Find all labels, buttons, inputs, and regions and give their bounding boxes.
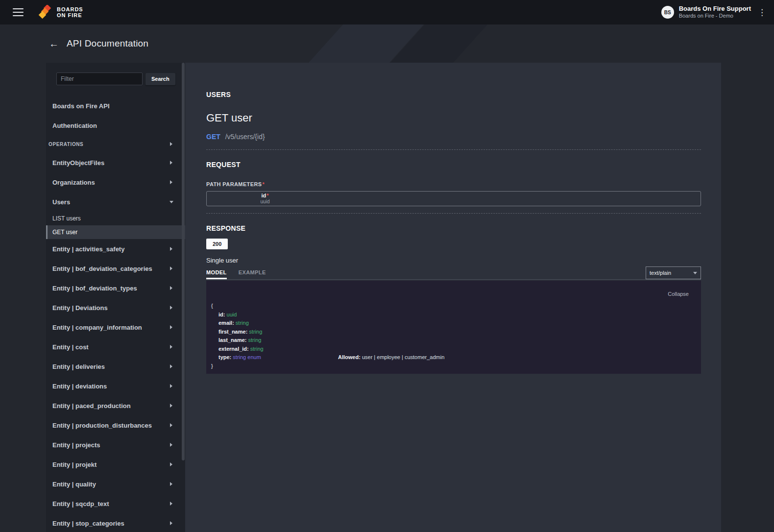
sidebar-item[interactable]: Entity | projects xyxy=(46,435,185,455)
path-parameter-cell: id* uuid xyxy=(207,193,323,204)
chevron-right-icon xyxy=(170,247,172,251)
sidebar-item-boards-on-fire-api[interactable]: Boards on Fire API xyxy=(46,96,185,116)
filter-input[interactable] xyxy=(56,73,143,85)
required-marker: * xyxy=(263,181,265,187)
content-type-value: text/plain xyxy=(650,270,671,276)
sidebar-item-label: Entity | cost xyxy=(52,343,89,351)
overflow-menu-icon[interactable]: ⋮ xyxy=(758,8,766,17)
model-field: email: string xyxy=(211,319,701,328)
sidebar-item-label: Entity | production_disturbances xyxy=(52,422,152,429)
sidebar-item-list-users[interactable]: LIST users xyxy=(46,212,185,225)
logo-line1: BOARDS xyxy=(57,6,83,12)
sidebar-item-label: Organizations xyxy=(52,179,95,186)
request-heading: REQUEST xyxy=(206,161,701,169)
status-code-badge[interactable]: 200 xyxy=(206,239,228,249)
endpoint-group-heading: USERS xyxy=(206,91,701,98)
path-parameters-label: PATH PARAMETERS* xyxy=(206,181,701,187)
tab-model[interactable]: MODEL xyxy=(206,269,227,279)
search-button[interactable]: Search xyxy=(145,73,175,85)
chevron-right-icon xyxy=(170,345,172,349)
sidebar-item[interactable]: Entity | bof_deviation_types xyxy=(46,278,185,298)
chevron-right-icon xyxy=(170,423,172,427)
account-org: Boards on Fire - Demo xyxy=(679,13,751,20)
endpoint-title: GET user xyxy=(206,112,701,124)
chevron-right-icon xyxy=(170,462,172,466)
sidebar-item[interactable]: Entity | deliveries xyxy=(46,357,185,376)
chevron-right-icon xyxy=(170,404,172,408)
sidebar-item[interactable]: Entity | bof_deviation_categories xyxy=(46,259,185,278)
sidebar-item-label: Users xyxy=(52,198,70,206)
sidebar-item-label: Entity | paced_production xyxy=(52,402,131,410)
sidebar-section-label: OPERATIONS xyxy=(48,142,83,147)
chevron-down-icon xyxy=(169,201,173,203)
field-type: uuid xyxy=(227,312,237,317)
open-brace: { xyxy=(211,302,701,311)
divider xyxy=(206,213,701,214)
sidebar-section-operations[interactable]: OPERATIONS xyxy=(46,135,185,153)
field-type: string xyxy=(236,320,249,326)
flame-logo-icon xyxy=(38,5,53,20)
field-type: string xyxy=(250,346,264,352)
sidebar-item-authentication[interactable]: Authentication xyxy=(46,116,185,135)
sidebar-item[interactable]: Entity | cost xyxy=(46,337,185,357)
sidebar-item[interactable]: Entity | sqcdp_text xyxy=(46,494,185,513)
sidebar-item[interactable]: Entity | stop_categories xyxy=(46,513,185,532)
logo-line2: ON FIRE xyxy=(57,12,83,18)
tab-example[interactable]: EXAMPLE xyxy=(239,269,266,279)
menu-icon[interactable] xyxy=(13,8,24,16)
sidebar-item-get-user[interactable]: GET user xyxy=(46,225,185,239)
back-button[interactable]: ← xyxy=(49,38,59,49)
collapse-button[interactable]: Collapse xyxy=(668,291,689,297)
chevron-right-icon xyxy=(170,482,172,486)
response-tabs: MODEL EXAMPLE text/plain xyxy=(206,267,701,280)
model-code: { id: uuid email: string first_name: str… xyxy=(206,281,701,370)
sidebar-item[interactable]: Entity | deviations xyxy=(46,376,185,396)
required-marker: * xyxy=(266,193,268,198)
endpoint-method-line: GET /v5/users/{id} xyxy=(206,133,701,141)
content-type-select[interactable]: text/plain xyxy=(646,266,701,279)
logo-text: BOARDS ON FIRE xyxy=(57,6,83,18)
sidebar-item-label: Entity | Deviations xyxy=(52,304,108,312)
field-name: first_name: xyxy=(218,329,247,335)
sidebar-item-users[interactable]: Users xyxy=(46,192,185,212)
sidebar-item[interactable]: Entity | activities_safety xyxy=(46,239,185,259)
model-field: id: uuid xyxy=(211,311,701,319)
chevron-right-icon xyxy=(170,521,172,525)
chevron-right-icon xyxy=(170,325,172,329)
model-field: last_name: string xyxy=(211,336,701,345)
avatar[interactable]: BS xyxy=(661,6,674,19)
sidebar-nav: Boards on Fire API Authentication OPERAT… xyxy=(46,96,185,532)
allowed-values: Allowed: user | employee | customer_admi… xyxy=(338,353,444,362)
main-content: USERS GET user GET /v5/users/{id} REQUES… xyxy=(185,63,721,532)
field-name: last_name: xyxy=(218,337,246,343)
sidebar-item[interactable]: Entity | paced_production xyxy=(46,396,185,415)
path-parameter-row: id* uuid xyxy=(206,191,701,206)
chevron-right-icon xyxy=(170,502,172,506)
field-name: id: xyxy=(218,312,225,317)
sidebar: Search Boards on Fire API Authentication… xyxy=(46,63,185,532)
sidebar-item[interactable]: Entity | quality xyxy=(46,474,185,494)
sidebar-item[interactable]: Entity | Deviations xyxy=(46,298,185,317)
sidebar-item-label: Entity | deviations xyxy=(52,383,107,390)
sidebar-item-organizations[interactable]: Organizations xyxy=(46,172,185,192)
topbar: BOARDS ON FIRE BS Boards On Fire Support… xyxy=(0,0,774,24)
page-header: ← API Documentation xyxy=(0,24,774,63)
app-root: BOARDS ON FIRE BS Boards On Fire Support… xyxy=(0,0,774,532)
allowed-label: Allowed: xyxy=(338,354,361,360)
model-field: first_name: string xyxy=(211,328,701,337)
field-type: string xyxy=(249,329,262,335)
chevron-right-icon xyxy=(170,384,172,388)
chevron-down-icon xyxy=(693,272,697,274)
response-heading: RESPONSE xyxy=(206,224,701,232)
sidebar-scrollbar[interactable] xyxy=(182,63,185,460)
close-brace: } xyxy=(211,362,701,371)
sidebar-item[interactable]: Entity | company_information xyxy=(46,317,185,337)
chevron-right-icon xyxy=(170,180,172,184)
sidebar-item[interactable]: Entity | projekt xyxy=(46,455,185,474)
sidebar-item-label: Entity | projects xyxy=(52,441,100,449)
model-field: external_id: string xyxy=(211,345,701,354)
allowed-values-text: user | employee | customer_admin xyxy=(362,354,444,360)
chevron-right-icon xyxy=(170,364,172,368)
sidebar-item-entityobjectfiles[interactable]: EntityObjectFiles xyxy=(46,153,185,172)
sidebar-item[interactable]: Entity | production_disturbances xyxy=(46,415,185,435)
